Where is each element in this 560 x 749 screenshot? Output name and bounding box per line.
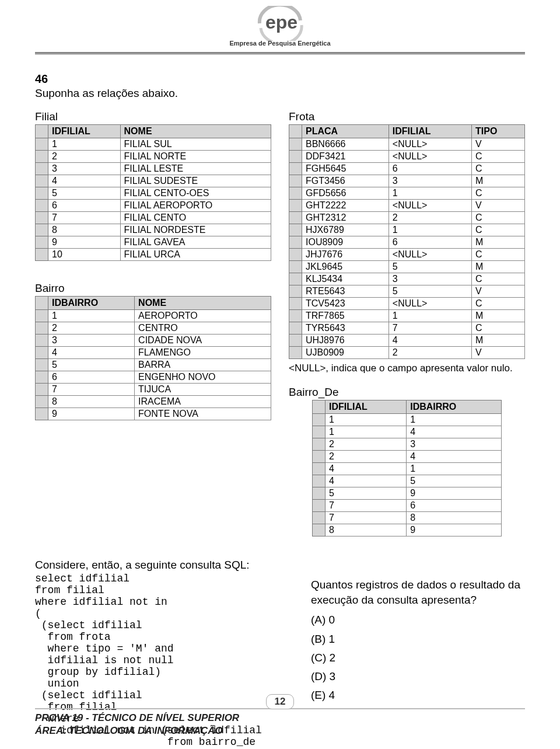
table-row: 7FILIAL CENTO: [36, 212, 271, 224]
filial-table: IDFILIALNOME1FILIAL SUL2FILIAL NORTE3FIL…: [35, 124, 271, 261]
table-header: NOME: [120, 125, 271, 138]
table-row: 11: [313, 414, 502, 426]
table-row: 76: [313, 500, 502, 512]
table-row: 89: [313, 524, 502, 537]
logo: epe Empresa de Pesquisa Energética: [35, 6, 525, 48]
logo-text: epe: [265, 12, 298, 33]
table-row: 2FILIAL NORTE: [36, 151, 271, 163]
option-b: (B) 1: [311, 630, 525, 649]
footer-line2: ÁREA: TECNOLOGIA DA INFORMAÇÃO: [35, 724, 525, 737]
page-number: 12: [266, 694, 295, 709]
table-row: TCV5423<NULL>C: [289, 298, 525, 310]
null-note: <NULL>, indica que o campo apresenta val…: [289, 363, 525, 374]
header-divider: [35, 52, 525, 55]
table-row: GHT2222<NULL>V: [289, 200, 525, 212]
table-row: 6FILIAL AEROPORTO: [36, 200, 271, 212]
table-row: 41: [313, 463, 502, 475]
table-header: PLACA: [302, 125, 389, 138]
table-row: 23: [313, 438, 502, 451]
option-d: (D) 3: [311, 667, 525, 686]
table-row: JHJ7676<NULL>C: [289, 249, 525, 261]
table-row: 14: [313, 426, 502, 438]
frota-table: PLACAIDFILIALTIPOBBN6666<NULL>VDDF3421<N…: [289, 124, 525, 359]
table-row: HJX67891C: [289, 224, 525, 236]
table-row: 3FILIAL LESTE: [36, 163, 271, 175]
table-row: 2CENTRO: [36, 322, 271, 335]
table-row: 8FILIAL NORDESTE: [36, 224, 271, 236]
option-c: (C) 2: [311, 649, 525, 667]
table-row: 10FILIAL URCA: [36, 249, 271, 261]
table-row: 7TIJUCA: [36, 384, 271, 396]
table-row: 59: [313, 487, 502, 500]
frota-caption: Frota: [289, 110, 525, 123]
sql-intro: Considere, então, a seguinte consulta SQ…: [35, 559, 293, 572]
table-row: UJB09092V: [289, 347, 525, 359]
table-row: FGH56456C: [289, 163, 525, 175]
table-row: 5BARRA: [36, 359, 271, 371]
table-header: IDBAIRRO: [407, 400, 502, 414]
table-row: KLJ54343C: [289, 273, 525, 285]
table-row: 6ENGENHO NOVO: [36, 371, 271, 384]
bairro-caption: Bairro: [35, 282, 271, 295]
table-header: TIPO: [472, 125, 525, 138]
filial-caption: Filial: [35, 110, 271, 123]
table-row: 24: [313, 451, 502, 463]
table-row: 78: [313, 512, 502, 524]
table-header: NOME: [135, 297, 271, 310]
table-row: 4FLAMENGO: [36, 347, 271, 359]
bairro-de-caption: Bairro_De: [289, 386, 525, 399]
table-row: GFD56561C: [289, 187, 525, 200]
table-row: RTE56435V: [289, 285, 525, 298]
question-intro: Suponha as relações abaixo.: [35, 87, 525, 100]
table-header: IDBAIRRO: [48, 297, 135, 310]
table-row: 45: [313, 475, 502, 487]
table-row: IOU89096M: [289, 236, 525, 249]
table-row: 3CIDADE NOVA: [36, 335, 271, 347]
table-row: JKL96455M: [289, 261, 525, 273]
table-row: 9FONTE NOVA: [36, 408, 271, 420]
table-row: 1FILIAL SUL: [36, 138, 271, 151]
question-number: 46: [35, 72, 525, 86]
footer-line1: PROVA 19 - TÉCNICO DE NÍVEL SUPERIOR: [35, 712, 525, 724]
table-row: TRF78651M: [289, 310, 525, 322]
table-row: FGT34563M: [289, 175, 525, 187]
table-row: GHT23122C: [289, 212, 525, 224]
table-row: 8IRACEMA: [36, 396, 271, 408]
bairro-de-table: IDFILIALIDBAIRRO11142324414559767889: [312, 400, 502, 537]
table-row: UHJ89764M: [289, 335, 525, 347]
table-row: 1AEROPORTO: [36, 310, 271, 322]
table-row: DDF3421<NULL>C: [289, 151, 525, 163]
bairro-table: IDBAIRRONOME1AEROPORTO2CENTRO3CIDADE NOV…: [35, 296, 271, 420]
answer-intro: Quantos registros de dados o resultado d…: [311, 577, 525, 607]
table-header: IDFILIAL: [388, 125, 471, 138]
option-a: (A) 0: [311, 611, 525, 629]
table-row: BBN6666<NULL>V: [289, 138, 525, 151]
table-row: 4FILIAL SUDESTE: [36, 175, 271, 187]
table-row: 9FILIAL GAVEA: [36, 236, 271, 249]
table-header: IDFILIAL: [48, 125, 121, 138]
table-row: 5FILIAL CENTO-OES: [36, 187, 271, 200]
table-header: IDFILIAL: [326, 400, 407, 414]
table-row: TYR56437C: [289, 322, 525, 335]
